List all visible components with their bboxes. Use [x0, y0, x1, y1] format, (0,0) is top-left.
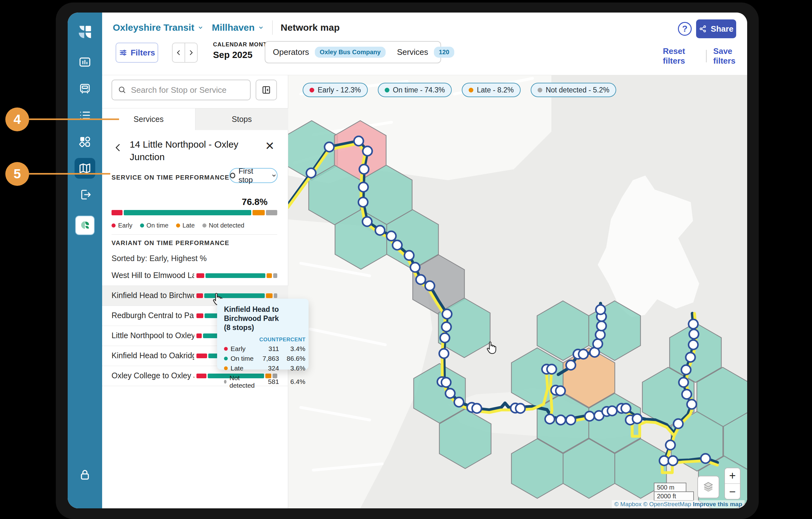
sidebar-item-app-badge-icon[interactable] — [75, 216, 95, 235]
stop-marker[interactable] — [597, 321, 606, 331]
stop-marker[interactable] — [585, 411, 594, 421]
stop-marker[interactable] — [593, 339, 602, 349]
stop-marker[interactable] — [556, 386, 565, 395]
stop-marker[interactable] — [307, 168, 316, 178]
stop-marker[interactable] — [689, 329, 699, 339]
map-legend-chip[interactable]: Early - 12.3% — [302, 83, 368, 97]
stop-marker[interactable] — [416, 275, 426, 284]
sidebar-item-bar-chart-icon[interactable] — [75, 52, 95, 73]
stop-marker[interactable] — [324, 142, 334, 152]
share-icon — [699, 25, 707, 33]
stop-type-dropdown[interactable]: First stop — [229, 168, 278, 183]
stop-marker[interactable] — [687, 400, 696, 409]
sidebar-item-list-icon[interactable] — [75, 105, 95, 126]
next-month-button[interactable] — [185, 43, 197, 62]
layers-button[interactable] — [697, 476, 719, 498]
stop-marker[interactable] — [666, 440, 675, 450]
tooltip-percent-header: PERCENT — [279, 336, 306, 343]
stop-marker[interactable] — [668, 456, 677, 465]
stop-marker[interactable] — [442, 309, 452, 319]
stop-marker[interactable] — [545, 414, 554, 424]
filters-button[interactable]: Filters — [116, 43, 158, 63]
sidebar-item-logout-icon[interactable] — [75, 184, 95, 205]
filter-summary[interactable]: Operators Oxley Bus Company Services 120 — [265, 41, 441, 63]
improve-map-link[interactable]: Improve this map — [693, 501, 742, 508]
stop-marker[interactable] — [673, 419, 683, 429]
stop-marker[interactable] — [359, 165, 369, 174]
back-button[interactable] — [113, 143, 123, 152]
save-filters-button[interactable]: Save filters — [713, 46, 747, 66]
operators-chip[interactable]: Oxley Bus Company — [315, 47, 386, 58]
stop-marker[interactable] — [425, 281, 435, 291]
sidebar-item-shapes-icon[interactable] — [75, 131, 95, 152]
sidebar-item-map-icon[interactable] — [75, 158, 95, 179]
search-input[interactable]: Search for Stop or Service — [112, 80, 251, 100]
stop-marker[interactable] — [682, 365, 691, 375]
attribution-text[interactable]: © Mapbox © OpenStreetMap — [614, 501, 691, 508]
stop-marker[interactable] — [682, 389, 691, 399]
help-button[interactable]: ? — [678, 22, 692, 36]
stop-marker[interactable] — [445, 389, 455, 398]
legend-label: Not detected — [209, 222, 244, 229]
previous-month-button[interactable] — [173, 43, 185, 62]
stop-marker[interactable] — [354, 136, 364, 146]
lock-icon[interactable] — [75, 464, 95, 485]
stop-marker[interactable] — [410, 263, 420, 272]
network-map[interactable]: Early - 12.3%On time - 74.3%Late - 8.2%N… — [288, 75, 747, 508]
stop-marker[interactable] — [621, 404, 631, 413]
region-dropdown[interactable]: Millhaven — [212, 22, 264, 33]
stop-marker[interactable] — [566, 415, 576, 425]
stop-marker[interactable] — [689, 319, 698, 329]
stop-marker[interactable] — [633, 414, 642, 424]
stop-marker[interactable] — [689, 340, 698, 350]
stop-marker[interactable] — [579, 350, 588, 359]
variant-bar[interactable] — [196, 273, 277, 278]
variant-bar[interactable] — [196, 293, 277, 298]
stop-marker[interactable] — [454, 398, 464, 407]
stop-marker[interactable] — [359, 183, 368, 192]
services-count-chip[interactable]: 120 — [434, 47, 454, 58]
close-icon[interactable]: ✕ — [265, 140, 274, 152]
stop-marker[interactable] — [386, 231, 396, 241]
zoom-out-button[interactable]: − — [725, 484, 740, 499]
stop-marker[interactable] — [362, 217, 372, 226]
stop-marker[interactable] — [440, 333, 450, 343]
stop-marker[interactable] — [701, 454, 710, 463]
app-logo-icon[interactable] — [77, 24, 93, 40]
share-button[interactable]: Share — [696, 20, 736, 38]
zoom-in-button[interactable]: + — [725, 468, 740, 484]
map-legend-chip[interactable]: Late - 8.2% — [462, 83, 521, 97]
legend-dot — [140, 223, 144, 227]
stop-type-value: First stop — [238, 167, 268, 184]
variant-row[interactable]: West Hill to Elmwood Lane (… — [102, 266, 288, 286]
tab-stops[interactable]: Stops — [195, 108, 289, 130]
collapse-panel-button[interactable] — [256, 80, 277, 100]
stop-marker[interactable] — [393, 240, 402, 250]
legend-label: Late — [183, 222, 195, 229]
stop-marker[interactable] — [439, 349, 448, 358]
map-legend-chip[interactable]: Not detected - 5.2% — [531, 83, 616, 97]
stop-marker[interactable] — [442, 322, 451, 332]
stop-marker[interactable] — [363, 146, 372, 156]
variant-bar-segment — [196, 354, 207, 358]
stop-marker[interactable] — [375, 226, 385, 235]
stop-marker[interactable] — [516, 404, 525, 413]
stop-marker[interactable] — [607, 406, 617, 416]
sidebar-item-bus-icon[interactable] — [75, 78, 95, 99]
operator-dropdown[interactable]: Oxleyshire Transit — [113, 22, 204, 33]
stop-marker[interactable] — [441, 378, 451, 387]
stop-marker[interactable] — [358, 197, 368, 207]
map-legend-chip[interactable]: On time - 74.3% — [378, 83, 452, 97]
stop-marker[interactable] — [472, 404, 482, 413]
stop-marker[interactable] — [679, 378, 688, 387]
stop-marker[interactable] — [547, 364, 556, 374]
stop-marker[interactable] — [404, 251, 414, 260]
stop-marker[interactable] — [566, 360, 576, 370]
reset-filters-button[interactable]: Reset filters — [663, 46, 699, 66]
callout-5-line — [29, 173, 110, 174]
stop-marker[interactable] — [556, 415, 566, 425]
stop-marker[interactable] — [596, 305, 605, 315]
stop-marker[interactable] — [686, 353, 695, 362]
stop-marker[interactable] — [596, 330, 605, 339]
logout-icon — [78, 188, 92, 201]
